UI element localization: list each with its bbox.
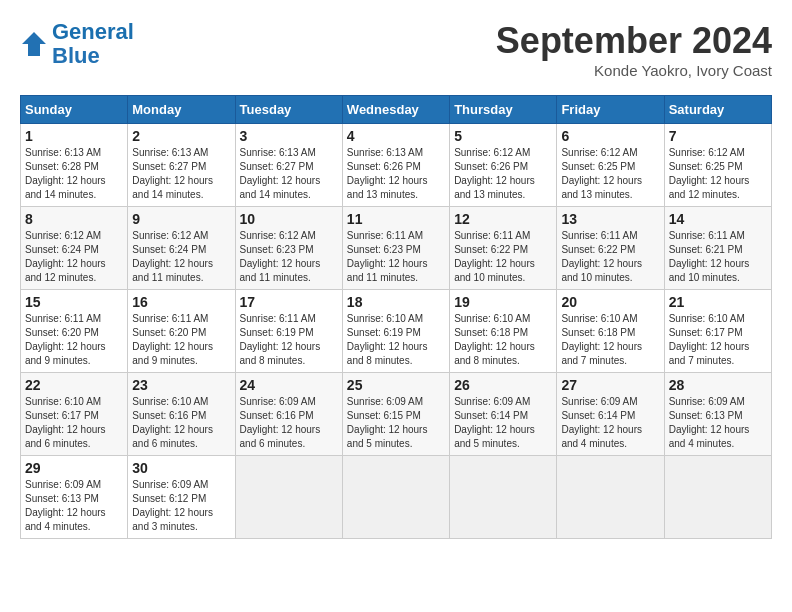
calendar-day-cell: 1 Sunrise: 6:13 AMSunset: 6:28 PMDayligh…	[21, 124, 128, 207]
day-number: 26	[454, 377, 552, 393]
day-detail: Sunrise: 6:10 AMSunset: 6:19 PMDaylight:…	[347, 313, 428, 366]
calendar-day-cell	[450, 456, 557, 539]
day-number: 3	[240, 128, 338, 144]
calendar-day-cell: 15 Sunrise: 6:11 AMSunset: 6:20 PMDaylig…	[21, 290, 128, 373]
calendar-week-row: 8 Sunrise: 6:12 AMSunset: 6:24 PMDayligh…	[21, 207, 772, 290]
logo-icon	[20, 30, 48, 58]
day-detail: Sunrise: 6:12 AMSunset: 6:24 PMDaylight:…	[25, 230, 106, 283]
calendar-day-cell: 24 Sunrise: 6:09 AMSunset: 6:16 PMDaylig…	[235, 373, 342, 456]
calendar-day-cell: 29 Sunrise: 6:09 AMSunset: 6:13 PMDaylig…	[21, 456, 128, 539]
day-number: 19	[454, 294, 552, 310]
weekday-header-cell: Wednesday	[342, 96, 449, 124]
day-number: 18	[347, 294, 445, 310]
day-detail: Sunrise: 6:12 AMSunset: 6:23 PMDaylight:…	[240, 230, 321, 283]
day-detail: Sunrise: 6:10 AMSunset: 6:16 PMDaylight:…	[132, 396, 213, 449]
day-number: 8	[25, 211, 123, 227]
day-detail: Sunrise: 6:11 AMSunset: 6:22 PMDaylight:…	[454, 230, 535, 283]
location: Konde Yaokro, Ivory Coast	[496, 62, 772, 79]
page-header: General Blue September 2024 Konde Yaokro…	[20, 20, 772, 79]
day-number: 12	[454, 211, 552, 227]
day-detail: Sunrise: 6:12 AMSunset: 6:24 PMDaylight:…	[132, 230, 213, 283]
month-title: September 2024	[496, 20, 772, 62]
calendar-day-cell	[664, 456, 771, 539]
calendar-day-cell: 26 Sunrise: 6:09 AMSunset: 6:14 PMDaylig…	[450, 373, 557, 456]
day-number: 11	[347, 211, 445, 227]
day-number: 7	[669, 128, 767, 144]
calendar-day-cell: 25 Sunrise: 6:09 AMSunset: 6:15 PMDaylig…	[342, 373, 449, 456]
calendar-body: 1 Sunrise: 6:13 AMSunset: 6:28 PMDayligh…	[21, 124, 772, 539]
day-detail: Sunrise: 6:11 AMSunset: 6:21 PMDaylight:…	[669, 230, 750, 283]
day-detail: Sunrise: 6:09 AMSunset: 6:16 PMDaylight:…	[240, 396, 321, 449]
calendar-day-cell: 12 Sunrise: 6:11 AMSunset: 6:22 PMDaylig…	[450, 207, 557, 290]
calendar-week-row: 22 Sunrise: 6:10 AMSunset: 6:17 PMDaylig…	[21, 373, 772, 456]
day-number: 22	[25, 377, 123, 393]
day-number: 1	[25, 128, 123, 144]
calendar-day-cell: 18 Sunrise: 6:10 AMSunset: 6:19 PMDaylig…	[342, 290, 449, 373]
day-number: 21	[669, 294, 767, 310]
day-number: 27	[561, 377, 659, 393]
day-detail: Sunrise: 6:10 AMSunset: 6:17 PMDaylight:…	[669, 313, 750, 366]
calendar-day-cell: 10 Sunrise: 6:12 AMSunset: 6:23 PMDaylig…	[235, 207, 342, 290]
day-number: 4	[347, 128, 445, 144]
day-detail: Sunrise: 6:13 AMSunset: 6:26 PMDaylight:…	[347, 147, 428, 200]
day-detail: Sunrise: 6:13 AMSunset: 6:28 PMDaylight:…	[25, 147, 106, 200]
calendar-day-cell: 11 Sunrise: 6:11 AMSunset: 6:23 PMDaylig…	[342, 207, 449, 290]
calendar-day-cell: 13 Sunrise: 6:11 AMSunset: 6:22 PMDaylig…	[557, 207, 664, 290]
day-detail: Sunrise: 6:10 AMSunset: 6:18 PMDaylight:…	[454, 313, 535, 366]
day-number: 15	[25, 294, 123, 310]
day-number: 13	[561, 211, 659, 227]
day-number: 14	[669, 211, 767, 227]
calendar-day-cell: 28 Sunrise: 6:09 AMSunset: 6:13 PMDaylig…	[664, 373, 771, 456]
calendar-day-cell: 14 Sunrise: 6:11 AMSunset: 6:21 PMDaylig…	[664, 207, 771, 290]
calendar-day-cell: 7 Sunrise: 6:12 AMSunset: 6:25 PMDayligh…	[664, 124, 771, 207]
calendar-day-cell: 2 Sunrise: 6:13 AMSunset: 6:27 PMDayligh…	[128, 124, 235, 207]
day-number: 20	[561, 294, 659, 310]
calendar-day-cell: 3 Sunrise: 6:13 AMSunset: 6:27 PMDayligh…	[235, 124, 342, 207]
calendar-day-cell: 6 Sunrise: 6:12 AMSunset: 6:25 PMDayligh…	[557, 124, 664, 207]
calendar-day-cell: 30 Sunrise: 6:09 AMSunset: 6:12 PMDaylig…	[128, 456, 235, 539]
calendar-day-cell: 20 Sunrise: 6:10 AMSunset: 6:18 PMDaylig…	[557, 290, 664, 373]
day-detail: Sunrise: 6:09 AMSunset: 6:14 PMDaylight:…	[561, 396, 642, 449]
day-detail: Sunrise: 6:13 AMSunset: 6:27 PMDaylight:…	[132, 147, 213, 200]
day-detail: Sunrise: 6:11 AMSunset: 6:20 PMDaylight:…	[25, 313, 106, 366]
title-block: September 2024 Konde Yaokro, Ivory Coast	[496, 20, 772, 79]
day-detail: Sunrise: 6:12 AMSunset: 6:26 PMDaylight:…	[454, 147, 535, 200]
day-detail: Sunrise: 6:09 AMSunset: 6:14 PMDaylight:…	[454, 396, 535, 449]
day-number: 28	[669, 377, 767, 393]
calendar-day-cell	[235, 456, 342, 539]
day-number: 5	[454, 128, 552, 144]
day-number: 2	[132, 128, 230, 144]
logo: General Blue	[20, 20, 134, 68]
weekday-header-cell: Thursday	[450, 96, 557, 124]
calendar-day-cell	[342, 456, 449, 539]
day-detail: Sunrise: 6:09 AMSunset: 6:12 PMDaylight:…	[132, 479, 213, 532]
calendar-day-cell: 17 Sunrise: 6:11 AMSunset: 6:19 PMDaylig…	[235, 290, 342, 373]
day-detail: Sunrise: 6:10 AMSunset: 6:18 PMDaylight:…	[561, 313, 642, 366]
calendar-day-cell: 22 Sunrise: 6:10 AMSunset: 6:17 PMDaylig…	[21, 373, 128, 456]
weekday-header-cell: Tuesday	[235, 96, 342, 124]
calendar-day-cell: 5 Sunrise: 6:12 AMSunset: 6:26 PMDayligh…	[450, 124, 557, 207]
calendar-day-cell	[557, 456, 664, 539]
day-number: 9	[132, 211, 230, 227]
calendar-day-cell: 16 Sunrise: 6:11 AMSunset: 6:20 PMDaylig…	[128, 290, 235, 373]
day-number: 10	[240, 211, 338, 227]
weekday-header-row: SundayMondayTuesdayWednesdayThursdayFrid…	[21, 96, 772, 124]
calendar-day-cell: 8 Sunrise: 6:12 AMSunset: 6:24 PMDayligh…	[21, 207, 128, 290]
day-detail: Sunrise: 6:12 AMSunset: 6:25 PMDaylight:…	[561, 147, 642, 200]
calendar-day-cell: 23 Sunrise: 6:10 AMSunset: 6:16 PMDaylig…	[128, 373, 235, 456]
weekday-header-cell: Monday	[128, 96, 235, 124]
day-detail: Sunrise: 6:11 AMSunset: 6:20 PMDaylight:…	[132, 313, 213, 366]
day-detail: Sunrise: 6:09 AMSunset: 6:15 PMDaylight:…	[347, 396, 428, 449]
calendar-table: SundayMondayTuesdayWednesdayThursdayFrid…	[20, 95, 772, 539]
weekday-header-cell: Sunday	[21, 96, 128, 124]
calendar-day-cell: 27 Sunrise: 6:09 AMSunset: 6:14 PMDaylig…	[557, 373, 664, 456]
day-number: 24	[240, 377, 338, 393]
day-number: 30	[132, 460, 230, 476]
calendar-week-row: 15 Sunrise: 6:11 AMSunset: 6:20 PMDaylig…	[21, 290, 772, 373]
calendar-day-cell: 9 Sunrise: 6:12 AMSunset: 6:24 PMDayligh…	[128, 207, 235, 290]
calendar-week-row: 1 Sunrise: 6:13 AMSunset: 6:28 PMDayligh…	[21, 124, 772, 207]
day-detail: Sunrise: 6:09 AMSunset: 6:13 PMDaylight:…	[25, 479, 106, 532]
day-detail: Sunrise: 6:13 AMSunset: 6:27 PMDaylight:…	[240, 147, 321, 200]
day-number: 6	[561, 128, 659, 144]
day-number: 23	[132, 377, 230, 393]
